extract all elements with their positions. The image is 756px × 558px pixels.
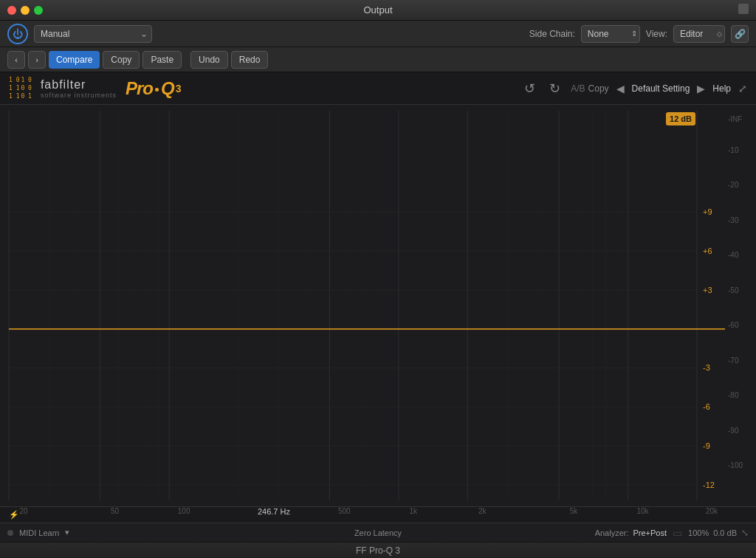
preset-name[interactable]: Default Setting	[632, 83, 690, 94]
svg-text:-9: -9	[703, 441, 710, 450]
header-copy-button[interactable]: Copy	[588, 83, 609, 94]
eq-svg: +9+6+3-3-6-9-12 -INF-10-20-30-40-50-60-7…	[0, 105, 756, 506]
redo-button[interactable]: Redo	[231, 51, 269, 69]
svg-text:+9: +9	[703, 207, 712, 216]
toolbar-row2: ‹ › Compare Copy Paste Undo Redo	[0, 47, 756, 72]
freq-label: 20k	[706, 507, 718, 515]
logo-text-group: fabfilter software instruments	[41, 78, 117, 99]
zoom-value[interactable]: 100%	[688, 528, 709, 537]
logo-bit: 1 1	[9, 93, 19, 100]
ab-label: A/B	[571, 83, 585, 94]
plugin-area: 1 0 1 0 1 1 0 0 1 1 0 1 fabfilter softwa…	[0, 72, 756, 542]
footer-title: FF Pro-Q 3	[356, 545, 400, 556]
power-button[interactable]: ⏻	[7, 24, 28, 44]
eq-redo-button[interactable]: ↻	[546, 80, 563, 97]
sidechain-wrap: None	[581, 25, 640, 43]
analyzer-label: Analyzer:	[595, 528, 629, 537]
plugin-header-controls: ↺ ↻ A/B Copy ◀ Default Setting ▶ Help ⤢	[520, 80, 747, 97]
svg-text:-10: -10	[728, 146, 739, 154]
midi-dropdown-icon[interactable]: ▾	[65, 528, 69, 537]
frequency-labels: 2050100246.7 Hz5001k2k5k10k20k	[24, 507, 719, 523]
svg-text:-50: -50	[728, 286, 739, 294]
svg-text:-70: -70	[728, 356, 739, 365]
logo-bit: 0 0	[21, 85, 31, 92]
maximize-button[interactable]	[34, 6, 43, 15]
proq-logo: Pro Q 3	[126, 78, 181, 99]
svg-text:+6: +6	[703, 247, 712, 255]
midi-dot	[7, 530, 13, 536]
window-title: Output	[363, 4, 392, 16]
compare-button[interactable]: Compare	[49, 51, 100, 69]
titlebar-right	[738, 4, 749, 17]
sidechain-label: Side Chain:	[529, 29, 575, 39]
logo-grid: 1 0 1 0 1 1 0 0 1 1 0 1	[9, 77, 32, 100]
freq-label: 2k	[478, 507, 487, 515]
preset-dropdown-wrap: Manual	[34, 25, 152, 43]
sidechain-select[interactable]: None	[581, 25, 640, 43]
svg-text:-6: -6	[703, 402, 710, 411]
preset-right-arrow[interactable]: ▶	[697, 83, 705, 94]
view-select[interactable]: Editor	[673, 25, 725, 43]
copy-button[interactable]: Copy	[103, 51, 140, 69]
plugin-header: 1 0 1 0 1 1 0 0 1 1 0 1 fabfilter softwa…	[0, 72, 756, 105]
freq-label: 5k	[570, 507, 578, 515]
title-bar: Output	[0, 0, 756, 21]
logo-bit: 0 1	[21, 93, 31, 100]
gain-value[interactable]: 0.0 dB	[713, 528, 737, 537]
eq-undo-button[interactable]: ↺	[520, 80, 538, 97]
logo-brand: fabfilter	[41, 78, 117, 92]
toolbar-row1: ⏻ Manual Side Chain: None View: Editor 🔗	[0, 21, 756, 47]
undo-button[interactable]: Undo	[190, 51, 228, 69]
proq-product-name: Pro	[126, 78, 153, 99]
ab-copy-group: A/B Copy	[571, 83, 608, 94]
svg-text:-80: -80	[728, 391, 739, 399]
help-label[interactable]: Help	[712, 83, 731, 94]
svg-text:-3: -3	[703, 363, 710, 372]
logo-sub: software instruments	[41, 92, 117, 99]
preset-left-arrow[interactable]: ◀	[616, 83, 625, 94]
nav-next-button[interactable]: ›	[28, 51, 46, 69]
status-divider: ▭	[673, 527, 682, 539]
svg-rect-0	[0, 105, 756, 506]
freq-label: 246.7 Hz	[258, 507, 290, 516]
nav-prev-button[interactable]: ‹	[7, 51, 25, 69]
logo-bit: 1 0	[21, 77, 31, 83]
svg-text:+3: +3	[703, 286, 712, 294]
midi-learn-label[interactable]: MIDI Learn	[19, 528, 59, 537]
link-button[interactable]: 🔗	[731, 25, 749, 43]
proq-super: 3	[176, 83, 182, 94]
latency-label: Zero Latency	[354, 528, 402, 537]
eq-svg-container: +9+6+3-3-6-9-12 -INF-10-20-30-40-50-60-7…	[0, 105, 756, 506]
traffic-lights	[7, 6, 43, 15]
resize-icon[interactable]: ⤡	[741, 528, 749, 538]
preset-dropdown[interactable]: Manual	[34, 25, 152, 43]
freq-label: 10k	[636, 507, 648, 515]
eq-display[interactable]: +9+6+3-3-6-9-12 -INF-10-20-30-40-50-60-7…	[0, 105, 756, 506]
status-bar: MIDI Learn ▾ Zero Latency Analyzer: Pre+…	[0, 523, 756, 542]
view-select-wrap: Editor	[673, 25, 725, 43]
freq-label: 100	[178, 507, 190, 515]
window-footer: FF Pro-Q 3	[0, 542, 756, 558]
window-control-btn[interactable]	[738, 4, 749, 14]
analyzer-value[interactable]: Pre+Post	[633, 528, 667, 537]
proq-q: Q	[161, 78, 175, 99]
svg-text:-40: -40	[728, 251, 739, 259]
freq-label: 50	[111, 507, 119, 515]
paste-button[interactable]: Paste	[142, 51, 182, 69]
svg-text:-12: -12	[703, 480, 715, 489]
expand-button[interactable]: ⤢	[738, 83, 747, 94]
freq-label: 1k	[410, 507, 418, 515]
freq-label: 20	[19, 507, 27, 515]
status-bar-right: Analyzer: Pre+Post ▭ 100% 0.0 dB ⤡	[595, 527, 749, 539]
minimize-button[interactable]	[21, 6, 30, 15]
logo-bit: 1 0	[9, 77, 19, 83]
proq-dot	[155, 88, 159, 92]
svg-text:-90: -90	[728, 427, 739, 435]
plugin-logo: 1 0 1 0 1 1 0 0 1 1 0 1 fabfilter softwa…	[9, 77, 181, 100]
frequency-axis: ⚡ 2050100246.7 Hz5001k2k5k10k20k	[0, 506, 756, 523]
waveform-icon: ⚡	[9, 510, 19, 520]
svg-text:-100: -100	[728, 461, 743, 469]
view-label: View:	[646, 29, 667, 39]
svg-text:12 dB: 12 dB	[670, 114, 692, 123]
close-button[interactable]	[7, 6, 16, 15]
